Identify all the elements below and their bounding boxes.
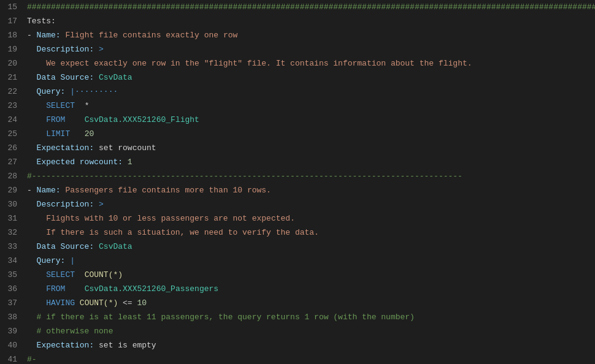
token: Expectation: — [37, 143, 94, 153]
line-content: FROM CsvData.XXX521260_Passengers — [25, 282, 595, 296]
line: 41#- — [0, 352, 595, 364]
code-lines: 15######################################… — [0, 0, 595, 364]
token: <= — [118, 298, 137, 308]
line-content: Expected rowcount: 1 — [25, 155, 595, 169]
token: Query: — [37, 256, 66, 265]
line-number: 36 — [0, 282, 25, 296]
token: SELECT — [46, 101, 75, 110]
token — [75, 298, 80, 308]
token — [65, 284, 84, 294]
token: CsvData.XXX521260_Flight — [85, 115, 199, 124]
line-content: - Name: Passengers file contains more th… — [25, 183, 595, 197]
token: set is empty — [94, 341, 156, 350]
token — [27, 115, 46, 124]
token: # if there is at least 11 passengers, th… — [37, 313, 415, 322]
line-number: 26 — [0, 141, 25, 155]
line-content: Description: > — [25, 42, 595, 56]
line-content: #- — [25, 352, 595, 364]
line: 24 FROM CsvData.XXX521260_Flight — [0, 113, 595, 127]
token — [70, 129, 84, 138]
token: Name: — [37, 31, 61, 40]
token: | — [70, 256, 75, 265]
token: set rowcount — [94, 143, 156, 153]
line-content: Flights with 10 or less passengers are n… — [25, 211, 595, 226]
token — [65, 115, 84, 124]
token: Description: — [37, 200, 94, 209]
token — [27, 73, 37, 82]
token: # otherwise none — [37, 327, 113, 336]
line-number: 31 — [0, 211, 25, 226]
line-content: SELECT * — [25, 99, 595, 113]
token: - — [27, 31, 37, 40]
line-number: 40 — [0, 338, 25, 352]
line-number: 24 — [0, 113, 25, 127]
line: 36 FROM CsvData.XXX521260_Passengers — [0, 282, 595, 296]
line: 17Tests: — [0, 14, 595, 28]
token: Tests: — [27, 17, 56, 26]
line: 28#-------------------------------------… — [0, 169, 595, 183]
line-content: HAVING COUNT(*) <= 10 — [25, 296, 595, 310]
line-number: 18 — [0, 28, 25, 42]
line: 34 Query: | — [0, 254, 595, 268]
line-number: 33 — [0, 240, 25, 254]
token — [27, 200, 37, 209]
token — [27, 129, 46, 138]
token — [27, 298, 46, 308]
token — [27, 313, 37, 322]
line-number: 28 — [0, 169, 25, 183]
token — [94, 200, 99, 209]
line-content: Description: > — [25, 197, 595, 211]
line: 35 SELECT COUNT(*) — [0, 268, 595, 282]
line-content: Expectation: set rowcount — [25, 141, 595, 155]
token: Expectation: — [37, 341, 94, 350]
line: 19 Description: > — [0, 42, 595, 56]
token: FROM — [46, 115, 65, 124]
line-content: # if there is at least 11 passengers, th… — [25, 310, 595, 324]
token — [27, 242, 37, 251]
token — [27, 157, 37, 167]
token: * — [85, 101, 90, 110]
token — [27, 270, 46, 279]
token: 20 — [85, 129, 94, 138]
token — [94, 45, 99, 54]
line: 23 SELECT * — [0, 99, 595, 113]
token: COUNT(*) — [80, 298, 118, 308]
line-number: 35 — [0, 268, 25, 282]
token: Query: — [37, 87, 66, 96]
line-number: 37 — [0, 296, 25, 310]
line-content: #---------------------------------------… — [25, 169, 595, 183]
token: Expected rowcount: — [37, 157, 123, 167]
line-number: 17 — [0, 14, 25, 28]
token: Data Source: — [37, 242, 94, 251]
token: SELECT — [46, 270, 75, 279]
line-content: ########################################… — [25, 0, 595, 14]
line-content: # otherwise none — [25, 324, 595, 338]
token: Passengers file contains more than 10 ro… — [65, 186, 271, 195]
line: 40 Expectation: set is empty — [0, 338, 595, 352]
token — [27, 327, 37, 336]
token: |········· — [70, 87, 118, 96]
token: ########################################… — [27, 2, 595, 12]
line: 26 Expectation: set rowcount — [0, 141, 595, 155]
line-number: 25 — [0, 127, 25, 141]
token: > — [99, 45, 104, 54]
line-number: 20 — [0, 56, 25, 70]
token: #- — [27, 355, 37, 364]
token — [123, 157, 128, 167]
token: Flight file contains exactly one row — [65, 31, 237, 40]
token — [27, 87, 37, 96]
line: 39 # otherwise none — [0, 324, 595, 338]
token: If there is such a situation, we need to… — [46, 228, 319, 237]
token: Description: — [37, 45, 94, 54]
line-content: Data Source: CsvData — [25, 240, 595, 254]
line-number: 19 — [0, 42, 25, 56]
token: #---------------------------------------… — [27, 172, 463, 181]
line: 32 If there is such a situation, we need… — [0, 226, 595, 240]
line-content: SELECT COUNT(*) — [25, 268, 595, 282]
line-number: 38 — [0, 310, 25, 324]
line-content: Query: |········· — [25, 85, 595, 99]
line-number: 41 — [0, 352, 25, 364]
line: 22 Query: |········· — [0, 85, 595, 99]
line-number: 22 — [0, 85, 25, 99]
token — [27, 284, 46, 294]
